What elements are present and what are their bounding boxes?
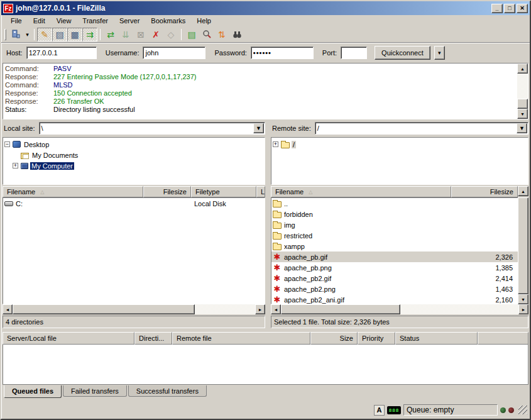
resize-grip[interactable] xyxy=(518,406,527,414)
scroll-down-icon[interactable]: ▼ xyxy=(517,109,528,119)
expand-icon[interactable]: + xyxy=(13,163,18,169)
quickconnect-button[interactable]: Quickconnect xyxy=(375,46,430,60)
sort-asc-icon: △ xyxy=(309,189,312,195)
log-text: 150 Connection accepted xyxy=(53,89,132,97)
datatype-ascii-icon[interactable]: A xyxy=(374,405,385,416)
column-priority[interactable]: Priority xyxy=(358,332,395,345)
port-input[interactable] xyxy=(341,47,367,59)
remote-file-row[interactable]: forbidden xyxy=(271,209,518,219)
filter-button[interactable]: ▤ xyxy=(184,28,199,41)
expand-icon[interactable]: + xyxy=(273,141,278,147)
remote-file-row[interactable]: img xyxy=(271,219,518,230)
title-bar: Fz john@127.0.0.1 - FileZilla _ □ ✕ xyxy=(1,1,530,15)
collapse-icon[interactable]: − xyxy=(4,141,10,147)
port-label: Port: xyxy=(322,49,337,57)
column-direction[interactable]: Directi... xyxy=(134,332,172,345)
remote-site-combo[interactable]: / ▼ xyxy=(315,122,528,135)
column-filename[interactable]: Filename△ xyxy=(271,186,451,197)
column-filetype[interactable]: Filetype xyxy=(191,186,256,197)
refresh-button[interactable]: ⇄ xyxy=(103,28,118,41)
image-file-icon: ✱ xyxy=(271,274,283,282)
tab-failed-transfers[interactable]: Failed transfers xyxy=(63,385,127,397)
local-tree-icon: ▤ xyxy=(55,30,63,40)
menu-file[interactable]: File xyxy=(5,16,28,26)
column-server-local-file[interactable]: Server/Local file xyxy=(3,332,134,345)
remote-file-row[interactable]: restricted xyxy=(271,230,518,241)
local-site-combo[interactable]: \ ▼ xyxy=(39,122,265,135)
scrollbar-thumb[interactable] xyxy=(517,99,528,109)
column-remote-file[interactable]: Remote file xyxy=(172,332,310,345)
column-size[interactable]: Size xyxy=(310,332,358,345)
scroll-right-icon[interactable]: ► xyxy=(255,304,265,314)
remote-file-row[interactable]: ✱ apache_pb2.gif 2,414 xyxy=(271,273,518,284)
scroll-up-icon[interactable]: ▲ xyxy=(517,64,528,74)
close-button[interactable]: ✕ xyxy=(517,4,528,13)
tree-item-desktop[interactable]: − Desktop xyxy=(4,139,263,150)
scrollbar-thumb[interactable] xyxy=(518,197,528,294)
password-input[interactable] xyxy=(251,47,314,59)
tab-successful-transfers[interactable]: Successful transfers xyxy=(128,385,207,397)
remote-file-row[interactable]: .. xyxy=(271,198,518,209)
cancel-icon: ⊠ xyxy=(137,30,145,40)
menu-transfer[interactable]: Transfer xyxy=(77,16,114,26)
tree-item-root[interactable]: + / xyxy=(273,139,527,150)
remote-file-row-selected[interactable]: ✱ apache_pb.gif 2,326 xyxy=(271,251,518,262)
toggle-remote-tree-button[interactable]: ▦ xyxy=(67,28,82,41)
remote-file-row[interactable]: ✱ apache_pb.png 1,385 xyxy=(271,262,518,273)
remote-file-row[interactable]: xampp xyxy=(271,241,518,251)
menu-server[interactable]: Server xyxy=(114,16,145,26)
directory-compare-button[interactable] xyxy=(199,28,214,41)
menu-view[interactable]: View xyxy=(51,16,77,26)
quickconnect-dropdown[interactable]: ▾ xyxy=(434,46,445,60)
queue-list[interactable] xyxy=(3,345,528,385)
toolbar-grip[interactable] xyxy=(4,29,6,40)
scroll-down-icon[interactable]: ▼ xyxy=(518,294,528,304)
tab-queued-files[interactable]: Queued files xyxy=(4,385,62,398)
speed-limit-icon[interactable]: 888 xyxy=(387,406,401,414)
menu-help[interactable]: Help xyxy=(191,16,217,26)
remote-site-value: / xyxy=(315,124,517,132)
toggle-queue-button[interactable]: ⇉ xyxy=(82,28,97,41)
reconnect-button[interactable]: ◇ xyxy=(163,28,178,41)
find-files-button[interactable] xyxy=(229,28,244,41)
scroll-right-icon[interactable]: ► xyxy=(518,304,528,314)
scrollbar-thumb[interactable] xyxy=(13,304,195,314)
magnifier-icon xyxy=(202,30,212,39)
column-lastmodified[interactable]: L xyxy=(256,186,265,197)
tree-item-my-documents[interactable]: My Documents xyxy=(4,150,263,160)
remote-file-row[interactable]: ✱ apache_pb2_ani.gif 2,160 xyxy=(271,294,518,304)
cancel-button[interactable]: ⊠ xyxy=(133,28,148,41)
scroll-left-icon[interactable]: ◄ xyxy=(271,304,281,314)
column-status[interactable]: Status xyxy=(395,332,478,345)
combo-dropdown-icon[interactable]: ▼ xyxy=(253,123,264,133)
local-file-row[interactable]: C: Local Disk xyxy=(3,198,265,209)
host-input[interactable] xyxy=(26,47,97,59)
menu-bookmarks[interactable]: Bookmarks xyxy=(145,16,191,26)
column-filesize[interactable]: Filesize xyxy=(451,186,518,197)
tree-item-my-computer[interactable]: + My Computer xyxy=(4,160,263,171)
combo-dropdown-icon[interactable]: ▼ xyxy=(517,123,527,133)
disconnect-button[interactable]: ✗ xyxy=(148,28,163,41)
menu-edit[interactable]: Edit xyxy=(28,16,51,26)
toggle-log-button[interactable]: ✎ xyxy=(37,28,52,41)
sync-browse-button[interactable]: ⇅ xyxy=(214,28,229,41)
username-input[interactable] xyxy=(143,47,205,59)
minimize-button[interactable]: _ xyxy=(491,4,503,13)
remote-vscrollbar[interactable]: ▼ xyxy=(518,197,528,304)
scroll-up-icon[interactable]: ▲ xyxy=(518,186,528,196)
scroll-left-icon[interactable]: ◄ xyxy=(3,304,13,314)
local-hscrollbar[interactable]: ◄ ► xyxy=(3,304,265,314)
site-manager-button[interactable] xyxy=(8,28,23,41)
column-filesize[interactable]: Filesize xyxy=(143,186,191,197)
log-label: Command: xyxy=(5,65,53,73)
site-manager-dropdown[interactable]: ▾ xyxy=(23,28,31,41)
maximize-button[interactable]: □ xyxy=(504,4,515,13)
toggle-local-tree-button[interactable]: ▤ xyxy=(52,28,67,41)
log-scrollbar[interactable]: ▲ ▼ xyxy=(517,64,528,119)
column-filename[interactable]: Filename△ xyxy=(3,186,143,197)
remote-file-row[interactable]: ✱ apache_pb2.png 1,463 xyxy=(271,284,518,294)
process-queue-button[interactable]: ⇊ xyxy=(118,28,133,41)
remote-hscrollbar[interactable]: ◄ ► xyxy=(271,304,528,314)
activity-led-red-icon xyxy=(508,407,514,413)
scrollbar-thumb[interactable] xyxy=(281,304,400,314)
